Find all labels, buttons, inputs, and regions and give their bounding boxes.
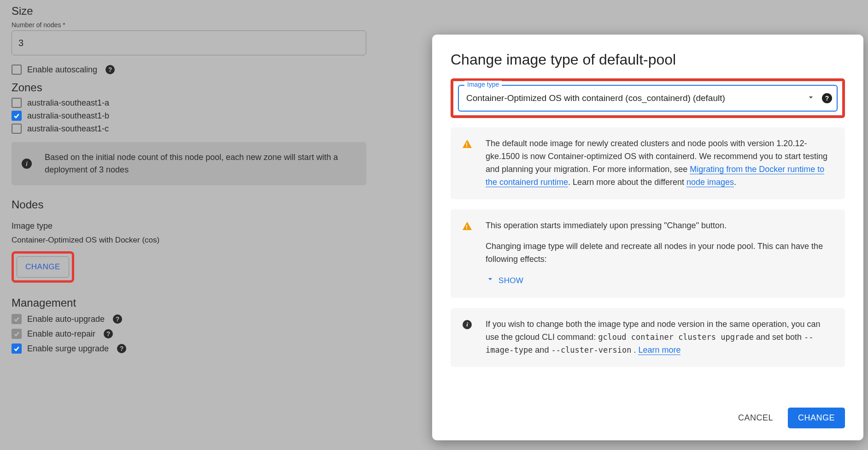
nodes-heading: Nodes: [12, 198, 374, 211]
zones-heading: Zones: [12, 81, 374, 94]
surge-upgrade-checkbox[interactable]: [12, 343, 22, 354]
auto-upgrade-checkbox: [12, 314, 22, 324]
info-icon: i: [22, 159, 32, 169]
change-image-type-button[interactable]: CHANGE: [17, 256, 69, 278]
zone-info-panel: i Based on the initial node count of thi…: [12, 142, 366, 185]
chevron-down-icon: [486, 274, 495, 287]
zone-info-text: Based on the initial node count of this …: [45, 151, 356, 176]
number-of-nodes-label: Number of nodes *: [12, 21, 374, 29]
node-pool-settings-page: Size Number of nodes * Enable autoscalin…: [0, 0, 374, 450]
cli-flag: --cluster-version: [551, 345, 631, 355]
zone-b-label: australia-southeast1-b: [27, 111, 109, 121]
enable-autoscaling-checkbox[interactable]: [12, 65, 22, 75]
number-of-nodes-input[interactable]: [12, 30, 366, 55]
image-type-value: Container-Optimized OS with Docker (cos): [12, 236, 374, 245]
learn-more-link[interactable]: Learn more: [638, 345, 680, 355]
change-confirm-button[interactable]: CHANGE: [788, 408, 845, 428]
change-image-type-dialog: Change image type of default-pool Image …: [432, 35, 863, 440]
zone-a-label: australia-southeast1-a: [27, 98, 109, 108]
zone-b-checkbox[interactable]: [12, 111, 22, 121]
image-type-label: Image type: [12, 221, 374, 231]
dialog-title: Change image type of default-pool: [451, 51, 845, 68]
auto-repair-checkbox: [12, 329, 22, 339]
help-icon[interactable]: ?: [822, 93, 832, 103]
show-effects-toggle[interactable]: SHOW: [486, 274, 523, 287]
management-heading: Management: [12, 296, 374, 309]
migration-warning-box: The default node image for newly created…: [451, 127, 845, 199]
cancel-button[interactable]: CANCEL: [732, 409, 780, 427]
help-icon[interactable]: ?: [117, 344, 126, 353]
chevron-down-icon: [806, 93, 815, 104]
help-icon[interactable]: ?: [106, 65, 115, 74]
surge-upgrade-label: Enable surge upgrade: [27, 344, 109, 354]
node-images-link[interactable]: node images: [686, 178, 734, 187]
warning-icon: [463, 221, 472, 288]
annotation-highlight: CHANGE: [12, 251, 74, 283]
image-type-select-value: Container-Optimized OS with containerd (…: [459, 93, 806, 103]
migration-warning-text: The default node image for newly created…: [486, 137, 833, 189]
enable-autoscaling-label: Enable autoscaling: [27, 65, 97, 75]
image-type-select[interactable]: Image type Container-Optimized OS with c…: [458, 85, 838, 112]
gcloud-tip-box: i If you wish to change both the image t…: [451, 308, 845, 367]
zone-c-label: australia-southeast1-c: [27, 124, 109, 134]
size-heading: Size: [12, 5, 374, 18]
help-icon[interactable]: ?: [104, 329, 113, 338]
gcloud-tip-text: If you wish to change both the image typ…: [486, 318, 833, 357]
zone-c-checkbox[interactable]: [12, 124, 22, 134]
image-type-select-label: Image type: [464, 81, 502, 88]
zone-a-checkbox[interactable]: [12, 98, 22, 108]
recreate-warning-box: This operation starts immediately upon p…: [451, 209, 845, 298]
help-icon[interactable]: ?: [113, 314, 122, 324]
auto-repair-label: Enable auto-repair: [27, 329, 95, 339]
annotation-highlight: Image type Container-Optimized OS with c…: [451, 78, 845, 118]
recreate-warning-text: This operation starts immediately upon p…: [486, 219, 833, 288]
auto-upgrade-label: Enable auto-upgrade: [27, 314, 105, 324]
info-icon: i: [463, 320, 472, 329]
cli-command: gcloud container clusters upgrade: [598, 332, 754, 342]
warning-icon: [463, 139, 472, 189]
